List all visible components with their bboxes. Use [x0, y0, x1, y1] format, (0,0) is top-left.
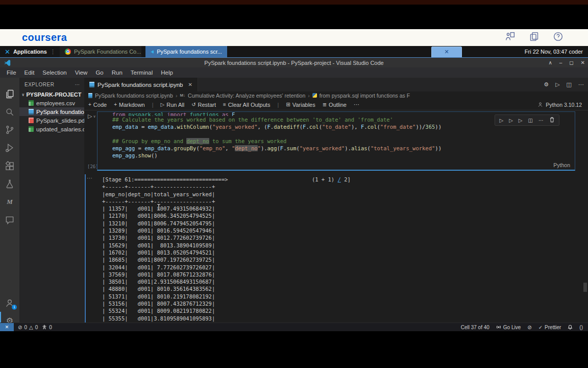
explorer-icon[interactable]	[0, 86, 19, 102]
expand-icon[interactable]: ∧	[548, 60, 552, 65]
restart-button[interactable]: ↺Restart	[191, 102, 216, 108]
file-label: PySpark_slides.pdf	[36, 118, 84, 124]
explorer-more-icon[interactable]: ⋯	[75, 82, 81, 87]
testing-icon[interactable]	[0, 176, 19, 192]
file-tree: employees.csvPySpark foundatio...PySpark…	[19, 99, 84, 133]
explorer-sidebar: EXPLORER ⋯ ∨ PYSPARK-PROJECT employees.c…	[19, 78, 84, 323]
kernel-label: Python 3.10.12	[546, 102, 582, 108]
tab-notebook[interactable]: PySpark foundations script.ipynb ✕	[84, 78, 198, 91]
cell-language-label[interactable]: Python	[553, 162, 570, 168]
prettier-indicator[interactable]: ✓ Prettier	[538, 325, 561, 330]
more-actions-icon[interactable]: ⋯	[538, 118, 544, 123]
menu-terminal[interactable]: Terminal	[127, 70, 157, 76]
help-icon[interactable]	[553, 31, 564, 44]
code-line: ## Group by emp_no and dept_no to sum th…	[112, 137, 572, 145]
taskbar-window-label: PySpark foundations scr...	[157, 49, 222, 55]
taskbar-window-chrome[interactable]: PySpark Foundations Co...	[60, 46, 141, 57]
window-controls: ∧ – ◻ ✕	[548, 60, 585, 65]
file-label: updated_salaries.c...	[36, 126, 84, 132]
run-cell-button[interactable]: ▷ ∨	[88, 113, 96, 120]
more-actions-icon[interactable]: ⋯	[578, 81, 584, 88]
go-live-button[interactable]: Go Live	[496, 325, 521, 330]
menu-help[interactable]: Help	[157, 70, 177, 76]
outline-button[interactable]: ≣Outline	[323, 102, 347, 108]
configure-icon[interactable]: ⚙	[544, 81, 549, 88]
file-item[interactable]: PySpark_slides.pdf	[19, 116, 84, 125]
chat-icon[interactable]	[0, 213, 19, 228]
applications-menu[interactable]: Applications	[13, 49, 47, 55]
kernel-picker[interactable]: Python 3.10.12	[537, 102, 582, 108]
split-editor-icon[interactable]: ◫	[567, 81, 572, 88]
bell-icon[interactable]	[568, 325, 573, 330]
breadcrumb-section[interactable]: Cumulative Activity: Analyze employees' …	[188, 93, 305, 99]
output-row: | 32044| d001| 7.772602739726027|	[102, 264, 583, 271]
output-row: | 55355| d001|3.8109589041095893|	[102, 315, 583, 322]
run-all-button[interactable]: ▷Run All	[161, 102, 185, 108]
file-item[interactable]: PySpark foundatio...	[19, 107, 84, 116]
explorer-header: EXPLORER ⋯	[19, 78, 84, 90]
play-icon: ▷	[88, 113, 92, 120]
add-markdown-cell-button[interactable]: +Markdown	[114, 102, 145, 108]
output-options-icon[interactable]: ⋯	[87, 175, 92, 181]
minimize-icon[interactable]: –	[559, 60, 562, 65]
breadcrumb-cell[interactable]: from pyspark.sql import functions as F	[320, 93, 410, 99]
vscode-window: PySpark foundations script.ipynb - PySpa…	[0, 57, 588, 331]
menu-view[interactable]: View	[71, 70, 92, 76]
run-debug-icon[interactable]	[0, 140, 19, 155]
breadcrumb-file[interactable]: PySpark foundations script.ipynb	[95, 93, 173, 99]
chrome-icon	[65, 49, 71, 55]
menu-file[interactable]: File	[3, 70, 20, 76]
breadcrumb: PySpark foundations script.ipynb › M↓ Cu…	[84, 91, 588, 99]
problems-indicator[interactable]: ⊘ 0 △ 0	[18, 325, 38, 330]
cell-focus-indicator	[85, 174, 86, 323]
source-control-icon[interactable]	[0, 122, 19, 137]
menu-go[interactable]: Go	[91, 70, 107, 76]
clear-all-outputs-button[interactable]: ≡Clear All Outputs	[223, 102, 270, 108]
add-code-cell-button[interactable]: +Code	[88, 102, 107, 108]
ports-indicator[interactable]: 0	[42, 325, 52, 330]
run-by-line-icon[interactable]: ▷	[499, 118, 503, 123]
presenter-icon[interactable]	[505, 31, 516, 44]
search-icon[interactable]	[0, 104, 19, 120]
taskbar-window-vscode[interactable]: PySpark foundations scr...	[145, 46, 227, 57]
output-row: | 38501| d001|2.9315068493150687|	[102, 278, 583, 285]
blocked-icon[interactable]: ⊘	[527, 325, 531, 330]
menu-selection[interactable]: Selection	[38, 70, 70, 76]
braces-icon[interactable]: ()	[579, 325, 583, 330]
close-icon[interactable]: ✕	[581, 60, 585, 65]
editor-actions: ⚙ ▷ ◫ ⋯	[544, 78, 584, 91]
output-row: | 53156| d001| 8007.432876712329|	[102, 300, 583, 307]
extensions-icon[interactable]	[0, 158, 19, 174]
menu-run[interactable]: Run	[108, 70, 127, 76]
notebook-file-icon	[29, 109, 34, 114]
account-icon[interactable]: 1	[0, 295, 19, 311]
toolbar-more-icon[interactable]: ⋯	[354, 101, 359, 108]
restore-icon[interactable]: ◻	[569, 60, 573, 65]
file-item[interactable]: employees.csv	[19, 99, 84, 107]
code-cell[interactable]: from pyspark.sql import functions as F##…	[97, 111, 575, 171]
tab-bar: PySpark foundations script.ipynb ✕ ⚙ ▷ ◫…	[84, 78, 588, 91]
delete-cell-icon[interactable]	[549, 117, 555, 124]
file-item[interactable]: updated_salaries.c...	[19, 125, 84, 133]
copy-icon[interactable]	[529, 31, 540, 44]
taskbar: ✕ Applications ⋮ PySpark Foundations Co.…	[0, 46, 588, 57]
vscode-icon	[151, 49, 154, 55]
project-folder-row[interactable]: ∨ PYSPARK-PROJECT	[19, 90, 84, 99]
letterbox-bottom	[0, 331, 588, 368]
status-bar-right: Cell 37 of 40 Go Live ⊘ ✓ Prettier ()	[461, 325, 583, 330]
tab-close-icon[interactable]: ✕	[188, 82, 192, 87]
minimized-window-button[interactable]: ✕	[431, 47, 462, 58]
chevron-down-icon: ∨	[21, 93, 25, 97]
run-icon[interactable]: ▷	[555, 81, 559, 88]
menu-edit[interactable]: Edit	[20, 70, 39, 76]
lab-x-logo-icon[interactable]: ✕	[5, 49, 10, 55]
text-cursor-icon	[157, 204, 161, 211]
cell-indicator[interactable]: Cell 37 of 40	[461, 325, 489, 330]
m-extension-icon[interactable]: M	[0, 194, 19, 210]
split-cell-icon[interactable]: ◫	[528, 118, 533, 123]
run-below-icon[interactable]: ▷	[519, 118, 523, 123]
variables-button[interactable]: ⊞Variables	[286, 102, 315, 108]
remote-indicator[interactable]: ✕	[0, 323, 14, 331]
run-above-icon[interactable]: ▷	[509, 118, 513, 123]
scrollbar-thumb[interactable]	[583, 283, 587, 292]
